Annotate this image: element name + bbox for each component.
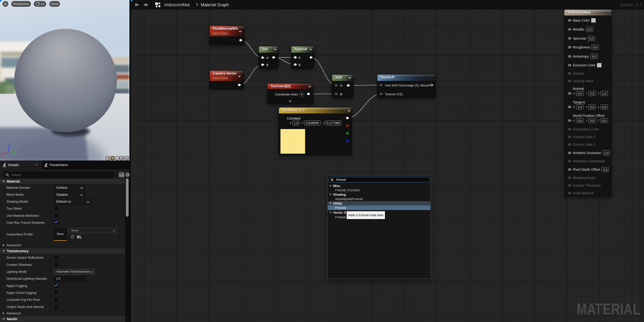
svg-text:X: X: [1, 152, 4, 156]
svg-text:Z: Z: [9, 143, 11, 146]
svg-text:Y: Y: [14, 152, 16, 155]
